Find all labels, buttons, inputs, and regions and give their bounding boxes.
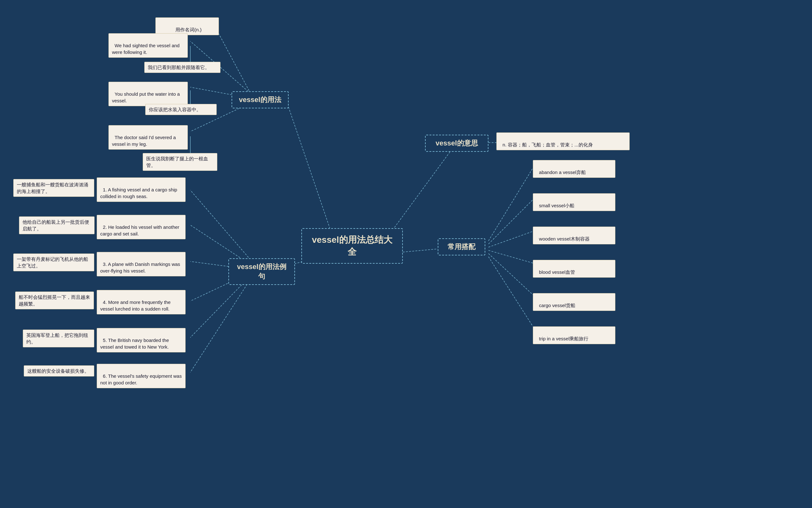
example-en-4: 4. More and more frequently the vessel l… xyxy=(97,290,186,314)
collocation-2: small vessel小船 xyxy=(533,193,615,211)
svg-line-4 xyxy=(216,28,250,93)
example-zh-1: 一艘捕鱼船和一艘货船在波涛汹涌的海上相撞了。 xyxy=(13,179,94,197)
svg-line-15 xyxy=(489,168,533,241)
svg-line-13 xyxy=(190,279,250,372)
svg-line-17 xyxy=(489,231,533,247)
center-node: vessel的用法总结大全 xyxy=(301,228,403,264)
collocation-5: cargo vessel货船 xyxy=(533,293,615,311)
example-en-6: 6. The vessel's safety equipment was not… xyxy=(97,364,186,388)
example-en-1: 1. A fishing vessel and a cargo ship col… xyxy=(97,177,186,202)
svg-line-2 xyxy=(387,142,457,238)
svg-line-19 xyxy=(489,254,533,295)
svg-line-0 xyxy=(285,98,333,238)
collocation-4: blood vessel血管 xyxy=(533,260,615,278)
usage-zh-1: 我们已看到那船并跟随着它。 xyxy=(144,62,221,73)
collocation-6: trip in a vessel乘船旅行 xyxy=(533,327,615,344)
example-zh-2: 他给自己的船装上另一批货后便启航了。 xyxy=(19,216,94,234)
examples-section-node: vessel的用法例句 xyxy=(228,258,295,285)
example-zh-6: 这艘船的安全设备破损失修。 xyxy=(24,366,94,377)
example-zh-3: 一架带有丹麦标记的飞机从他的船上空飞过。 xyxy=(13,254,94,271)
svg-line-20 xyxy=(489,257,533,327)
collocation-1: abandon a vessel弃船 xyxy=(533,160,615,178)
usage-en-3: The doctor said I'd severed a vessel in … xyxy=(109,125,188,150)
example-zh-4: 船不时会猛烈摇晃一下，而且越来越频繁。 xyxy=(15,292,94,309)
svg-line-16 xyxy=(489,200,533,244)
usage-en-1: We had sighted the vessel and were follo… xyxy=(109,33,188,58)
collocations-section-node: 常用搭配 xyxy=(438,238,485,255)
usage-en-2: You should put the water into a vessel. xyxy=(109,82,188,106)
example-en-2: 2. He loaded his vessel with another car… xyxy=(97,215,186,239)
meaning-section-node: vessel的意思 xyxy=(425,135,489,152)
usage-section-node: vessel的用法 xyxy=(232,91,288,109)
pos-card: 用作名词(n.) xyxy=(155,17,219,35)
meaning-card: n. 容器；船，飞船；血管，管束；...的化身 xyxy=(496,132,630,150)
svg-line-18 xyxy=(489,250,533,263)
usage-zh-2: 你应该把水装入容器中。 xyxy=(145,104,217,115)
svg-line-12 xyxy=(190,276,250,338)
svg-line-8 xyxy=(190,190,250,260)
collocation-3: wooden vessel木制容器 xyxy=(533,226,615,244)
usage-zh-3: 医生说我割断了腿上的一根血管。 xyxy=(143,153,217,171)
example-zh-5: 英国海军登上船，把它拖到纽约。 xyxy=(23,330,94,347)
example-en-3: 3. A plane with Danish markings was over… xyxy=(97,252,186,276)
example-en-5: 5. The British navy boarded the vessel a… xyxy=(97,328,186,352)
